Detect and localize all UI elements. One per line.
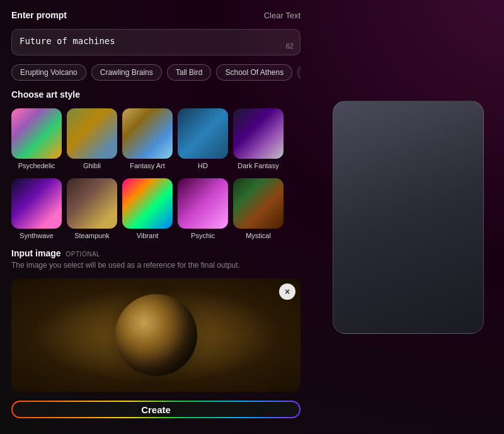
optional-badge: OPTIONAL [66, 251, 101, 258]
art-style-section: Choose art style [11, 89, 301, 100]
art-style-row-1: Psychedelic Ghibli Fantasy Art HD Dark F… [11, 108, 301, 169]
style-label-mystical: Mystical [246, 232, 271, 239]
sphere-shape [115, 294, 197, 376]
image-preview-bg [11, 278, 301, 392]
style-fantasy[interactable]: Fantasy Art [122, 108, 173, 169]
style-label-hd: HD [198, 162, 208, 169]
style-label-ghibli: Ghibli [83, 162, 101, 169]
style-hd[interactable]: HD [178, 108, 228, 169]
suggestion-pill-4[interactable]: Pink Su [297, 64, 301, 81]
style-thumb-mystical [233, 178, 284, 229]
style-mystical[interactable]: Mystical [233, 178, 284, 239]
style-thumb-hd [178, 108, 228, 159]
suggestions-row: Erupting Volcano Crawling Brains Tall Bi… [11, 64, 301, 81]
style-dark-fantasy[interactable]: Dark Fantasy [233, 108, 284, 169]
prompt-input-wrap: Future of machines 62 [11, 29, 301, 55]
input-image-section: Input image OPTIONAL The image you selec… [11, 248, 301, 270]
input-image-title: Input image [11, 248, 61, 258]
style-label-vibrant: Vibrant [137, 232, 159, 239]
clear-text-button[interactable]: Clear Text [264, 11, 301, 20]
art-style-row-2: Synthwave Steampunk Vibrant Psychic Myst… [11, 178, 301, 239]
style-ghibli[interactable]: Ghibli [67, 108, 117, 169]
create-button[interactable]: Create [11, 401, 301, 418]
suggestion-pill-0[interactable]: Erupting Volcano [11, 64, 86, 81]
style-thumb-vibrant [122, 178, 173, 229]
style-label-dark-fantasy: Dark Fantasy [238, 162, 278, 169]
style-label-steampunk: Steampunk [74, 232, 110, 239]
style-label-synthwave: Synthwave [20, 232, 54, 239]
style-psychic[interactable]: Psychic [178, 178, 228, 239]
prompt-label: Enter prompt [11, 10, 67, 20]
art-style-title: Choose art style [11, 89, 301, 100]
style-label-psychic: Psychic [191, 232, 215, 239]
left-panel: Enter prompt Clear Text Future of machin… [0, 0, 312, 434]
style-label-psychedelic: Psychedelic [18, 162, 55, 169]
right-panel [312, 0, 504, 434]
style-thumb-synthwave [11, 178, 62, 229]
style-label-fantasy: Fantasy Art [130, 162, 165, 169]
style-steampunk[interactable]: Steampunk [67, 178, 117, 239]
style-thumb-psychic [178, 178, 228, 229]
prompt-header: Enter prompt Clear Text [11, 10, 301, 20]
style-thumb-steampunk [67, 178, 117, 229]
style-vibrant[interactable]: Vibrant [122, 178, 173, 239]
style-thumb-ghibli [67, 108, 117, 159]
image-preview-container: × [11, 278, 301, 392]
char-count: 62 [286, 42, 294, 50]
suggestion-pill-1[interactable]: Crawling Brains [91, 64, 162, 81]
create-btn-text: Create [141, 404, 171, 415]
input-image-header: Input image OPTIONAL [11, 248, 301, 258]
style-synthwave[interactable]: Synthwave [11, 178, 62, 239]
style-thumb-dark-fantasy [233, 108, 284, 159]
suggestion-pill-2[interactable]: Tall Bird [167, 64, 212, 81]
input-image-description: The image you select will be used as a r… [11, 261, 301, 270]
suggestion-pill-3[interactable]: School Of Athens [216, 64, 292, 81]
style-psychedelic[interactable]: Psychedelic [11, 108, 62, 169]
remove-image-button[interactable]: × [279, 283, 295, 300]
style-thumb-fantasy [122, 108, 173, 159]
style-thumb-psychedelic [11, 108, 62, 159]
output-card [333, 101, 484, 334]
create-btn-inner: Create [13, 402, 299, 417]
prompt-input[interactable]: Future of machines [20, 36, 275, 46]
